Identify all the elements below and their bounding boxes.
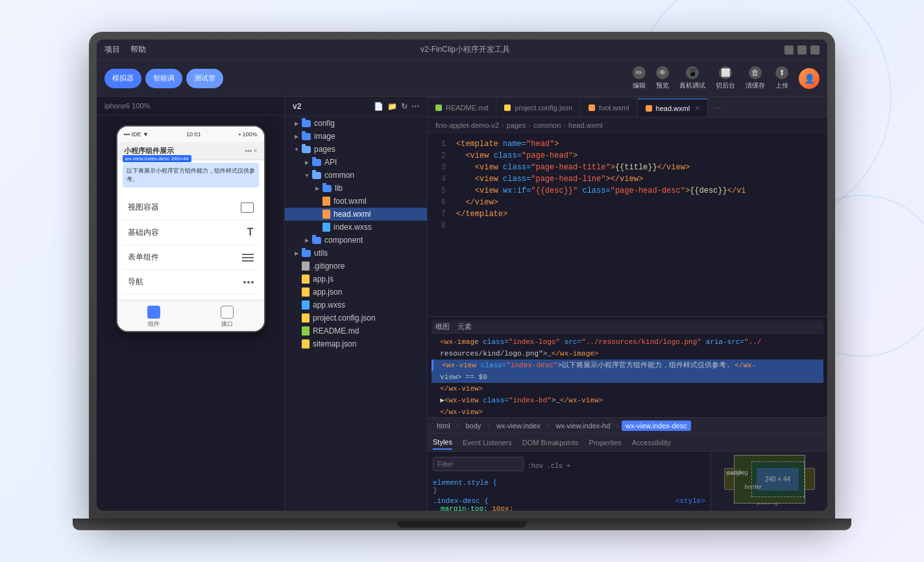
preview-action[interactable]: 👁 预览 <box>656 66 669 90</box>
styles-selector-element: element.style { <box>433 479 497 487</box>
bc-wx-view-index-hd[interactable]: wx-view.index-hd <box>552 421 614 431</box>
dom-tree: 概图 元素 <wx-image class="index-logo" src="… <box>428 317 827 417</box>
breadcrumb-part-2: pages <box>507 121 526 129</box>
line-num-6: 6 <box>428 197 451 208</box>
line-num-7: 7 <box>428 208 451 220</box>
tab-readme[interactable]: README.md <box>428 99 496 117</box>
devtools-tab-event-listeners[interactable]: Event Listeners <box>463 436 512 449</box>
tree-label-component: component <box>324 236 363 245</box>
test-button[interactable]: 测试管 <box>186 69 223 88</box>
tree-file-foot-wxml[interactable]: foot.wxml <box>285 195 427 208</box>
tree-label-projectconfig: project.config.json <box>313 313 376 323</box>
line-content-8 <box>451 220 827 232</box>
tree-folder-utils[interactable]: ▶ utils <box>285 247 427 260</box>
tree-folder-api[interactable]: ▶ API <box>285 156 427 169</box>
phone-frame: ▪▪▪ IDE ▼ 10:01 ▪ 100% 小程序组件展示 ••• × <box>116 125 265 332</box>
tree-folder-common[interactable]: ▼ common <box>285 169 427 182</box>
tree-label-image: image <box>314 132 335 141</box>
preview-header: iphone6 100% <box>97 97 284 116</box>
tree-label-sitemap: sitemap.json <box>313 339 356 348</box>
folder-icon-common <box>312 172 321 179</box>
collapse-icon[interactable]: ⋯ <box>411 102 419 111</box>
edit-icon: ✏ <box>633 66 646 79</box>
phone-nav-api[interactable]: 接口 <box>221 306 234 328</box>
file-tree-actions: 📄 📁 ↻ ⋯ <box>374 102 419 111</box>
styles-index-desc: .index-desc { <style> margin-top: 10px; … <box>433 497 705 511</box>
debug-button[interactable]: 智能调 <box>145 69 182 88</box>
new-file-icon[interactable]: 📄 <box>374 102 383 111</box>
tree-label-common: common <box>324 171 354 180</box>
folder-icon-config <box>302 120 311 127</box>
tree-file-head-wxml[interactable]: head.wxml <box>285 208 427 221</box>
upload-action[interactable]: ⬆ 上传 <box>775 66 788 90</box>
line-content-4: <view class="page-head-line"></view> <box>451 173 827 185</box>
bc-html[interactable]: html <box>433 421 454 431</box>
tree-folder-component[interactable]: ▶ component <box>285 234 427 247</box>
background-icon: ⬜ <box>719 66 732 79</box>
tab-footwxml[interactable]: foot.wxml <box>581 99 637 117</box>
upload-label: 上传 <box>775 81 788 90</box>
devtools-tab-properties[interactable]: Properties <box>589 436 622 449</box>
clear-cache-action[interactable]: 🗑 清缓存 <box>746 66 765 90</box>
menu-item-help[interactable]: 帮助 <box>130 44 146 55</box>
tree-folder-lib[interactable]: ▶ lib <box>285 182 427 195</box>
phone-component-form: 表单组件 <box>123 245 259 270</box>
phone-nav-components[interactable]: 组件 <box>147 306 160 328</box>
menu-item-project[interactable]: 项目 <box>104 44 120 55</box>
tree-file-index-wxss[interactable]: index.wxss <box>285 221 427 234</box>
tree-file-projectconfig[interactable]: project.config.json <box>285 312 427 324</box>
user-avatar[interactable]: 👤 <box>799 68 820 89</box>
window-minimize[interactable] <box>784 45 794 55</box>
tree-file-readme[interactable]: README.md <box>285 324 427 337</box>
window-close[interactable] <box>810 45 820 55</box>
tree-label-gitignore: .gitignore <box>313 262 345 271</box>
devtools-tab-dom-breakpoints[interactable]: DOM Breakpoints <box>522 436 579 449</box>
edit-action[interactable]: ✏ 编辑 <box>633 66 646 90</box>
background-action[interactable]: ⬜ 切后台 <box>716 66 735 90</box>
line-num-5: 5 <box>428 185 451 197</box>
bc-wx-view-index[interactable]: wx-view.index <box>492 421 544 431</box>
tree-label-api: API <box>324 158 337 167</box>
devtools-tab-styles[interactable]: Styles <box>433 435 452 450</box>
styles-filter-input[interactable] <box>433 457 524 471</box>
tree-file-appwxss[interactable]: app.wxss <box>285 299 427 312</box>
tree-file-gitignore[interactable]: .gitignore <box>285 260 427 273</box>
tab-headwxml[interactable]: head.wxml × <box>638 99 709 117</box>
folder-icon-component <box>312 237 321 244</box>
tree-file-sitemap[interactable]: sitemap.json <box>285 337 427 350</box>
arrow-lib: ▶ <box>313 184 321 192</box>
bm-content: 240 × 44 <box>757 468 799 491</box>
tree-file-appjs[interactable]: app.js <box>285 273 427 286</box>
menu-bar: 项目 帮助 <box>104 44 146 55</box>
tree-folder-config[interactable]: ▶ config <box>285 117 427 130</box>
devtools-overview-tab[interactable]: 概图 <box>435 322 450 332</box>
dom-line-4-selected: view> == $0 <box>432 371 823 383</box>
devtools-elements-tab[interactable]: 元素 <box>457 322 472 332</box>
phone-title-dots: ••• × <box>245 147 257 154</box>
devtools-tab-accessibility[interactable]: Accessibility <box>632 436 671 449</box>
bc-wx-view-index-desc[interactable]: wx-view.index-desc <box>622 421 691 431</box>
code-line-5: 5 <view wx:if="{{desc}}" class="page-hea… <box>428 185 827 197</box>
new-folder-icon[interactable]: 📁 <box>387 102 397 111</box>
code-editor[interactable]: 1 <template name="head"> 2 <view class="… <box>428 133 827 316</box>
tab-close-headwxml[interactable]: × <box>695 104 699 113</box>
tree-folder-image[interactable]: ▶ image <box>285 130 427 143</box>
tab-projectconfig[interactable]: project.config.json <box>496 99 581 117</box>
tabs-overflow-menu[interactable]: ··· <box>708 102 726 112</box>
styles-element-style: element.style { } <box>433 479 705 495</box>
arrow-pages: ▼ <box>293 145 300 153</box>
window-maximize[interactable] <box>797 45 807 55</box>
bc-body[interactable]: body <box>461 421 485 431</box>
phone-highlight-area: wx-view.index-desc 240×44 以下将展示小程序官方组件能力… <box>123 163 259 188</box>
file-icon-projectconfig <box>302 313 310 323</box>
folder-icon-pages <box>302 146 311 153</box>
refresh-icon[interactable]: ↻ <box>401 102 407 111</box>
avatar-icon: 👤 <box>804 73 815 84</box>
tab-icon-headwxml <box>646 105 652 112</box>
tree-file-appjson[interactable]: app.json <box>285 286 427 299</box>
tree-folder-pages[interactable]: ▼ pages <box>285 143 427 156</box>
preview-icon: 👁 <box>656 66 669 79</box>
device-debug-action[interactable]: 📱 真机调试 <box>679 66 705 90</box>
file-icon-head-wxml <box>322 210 330 219</box>
simulator-button[interactable]: 模拟器 <box>104 69 141 88</box>
